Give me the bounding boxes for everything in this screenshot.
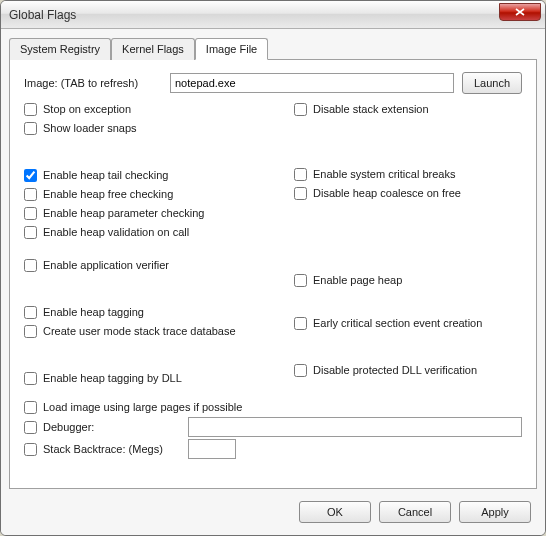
- chk-heap-free-box[interactable]: [24, 188, 37, 201]
- image-input[interactable]: [170, 73, 454, 93]
- cancel-button[interactable]: Cancel: [379, 501, 451, 523]
- close-button[interactable]: [499, 3, 541, 21]
- chk-app-verifier[interactable]: Enable application verifier: [24, 256, 294, 274]
- launch-button[interactable]: Launch: [462, 72, 522, 94]
- ok-button[interactable]: OK: [299, 501, 371, 523]
- tab-strip: System Registry Kernel Flags Image File: [9, 37, 537, 59]
- chk-debugger[interactable]: Debugger:: [24, 418, 184, 436]
- debugger-input[interactable]: [188, 417, 522, 437]
- chk-stack-backtrace[interactable]: Stack Backtrace: (Megs): [24, 440, 184, 458]
- titlebar: Global Flags: [1, 1, 545, 29]
- chk-large-pages-box[interactable]: [24, 401, 37, 414]
- chk-heap-free[interactable]: Enable heap free checking: [24, 185, 294, 203]
- chk-heap-tag-dll-box[interactable]: [24, 372, 37, 385]
- chk-heap-tail-box[interactable]: [24, 169, 37, 182]
- chk-large-pages[interactable]: Load image using large pages if possible: [24, 398, 522, 416]
- stack-backtrace-input[interactable]: [188, 439, 236, 459]
- tab-panel-image-file: Image: (TAB to refresh) Launch Stop on e…: [9, 59, 537, 489]
- chk-stop-on-exception-box[interactable]: [24, 103, 37, 116]
- chk-disable-dll-verif[interactable]: Disable protected DLL verification: [294, 361, 514, 379]
- chk-stack-backtrace-box[interactable]: [24, 443, 37, 456]
- chk-heap-param-box[interactable]: [24, 207, 37, 220]
- chk-heap-tagging-box[interactable]: [24, 306, 37, 319]
- chk-page-heap-box[interactable]: [294, 274, 307, 287]
- tab-system-registry[interactable]: System Registry: [9, 38, 111, 60]
- window-title: Global Flags: [9, 8, 76, 22]
- bottom-group: Load image using large pages if possible…: [24, 398, 522, 459]
- apply-button[interactable]: Apply: [459, 501, 531, 523]
- chk-disable-coalesce[interactable]: Disable heap coalesce on free: [294, 184, 514, 202]
- tab-kernel-flags[interactable]: Kernel Flags: [111, 38, 195, 60]
- chk-heap-tagging[interactable]: Enable heap tagging: [24, 303, 294, 321]
- dialog-buttons: OK Cancel Apply: [299, 501, 531, 523]
- chk-show-loader-snaps-box[interactable]: [24, 122, 37, 135]
- chk-sys-crit-breaks-box[interactable]: [294, 168, 307, 181]
- chk-debugger-box[interactable]: [24, 421, 37, 434]
- chk-heap-param[interactable]: Enable heap parameter checking: [24, 204, 294, 222]
- left-column: Stop on exception Show loader snaps Enab…: [24, 100, 294, 388]
- chk-app-verifier-box[interactable]: [24, 259, 37, 272]
- chk-heap-tag-dll[interactable]: Enable heap tagging by DLL: [24, 369, 294, 387]
- window: Global Flags System Registry Kernel Flag…: [0, 0, 546, 536]
- client-area: System Registry Kernel Flags Image File …: [1, 29, 545, 535]
- chk-umdh[interactable]: Create user mode stack trace database: [24, 322, 294, 340]
- chk-heap-valid-box[interactable]: [24, 226, 37, 239]
- chk-early-crit[interactable]: Early critical section event creation: [294, 314, 514, 332]
- chk-stop-on-exception[interactable]: Stop on exception: [24, 100, 294, 118]
- chk-heap-tail[interactable]: Enable heap tail checking: [24, 166, 294, 184]
- chk-show-loader-snaps[interactable]: Show loader snaps: [24, 119, 294, 137]
- chk-page-heap[interactable]: Enable page heap: [294, 271, 514, 289]
- chk-heap-valid[interactable]: Enable heap validation on call: [24, 223, 294, 241]
- right-column: Disable stack extension Enable system cr…: [294, 100, 514, 388]
- columns: Stop on exception Show loader snaps Enab…: [24, 100, 522, 388]
- chk-disable-dll-verif-box[interactable]: [294, 364, 307, 377]
- close-icon: [515, 8, 525, 16]
- chk-disable-coalesce-box[interactable]: [294, 187, 307, 200]
- image-label: Image: (TAB to refresh): [24, 77, 164, 89]
- chk-early-crit-box[interactable]: [294, 317, 307, 330]
- chk-sys-crit-breaks[interactable]: Enable system critical breaks: [294, 165, 514, 183]
- tab-image-file[interactable]: Image File: [195, 38, 268, 60]
- chk-disable-stack-ext-box[interactable]: [294, 103, 307, 116]
- chk-disable-stack-ext[interactable]: Disable stack extension: [294, 100, 514, 118]
- image-row: Image: (TAB to refresh) Launch: [24, 72, 522, 94]
- chk-umdh-box[interactable]: [24, 325, 37, 338]
